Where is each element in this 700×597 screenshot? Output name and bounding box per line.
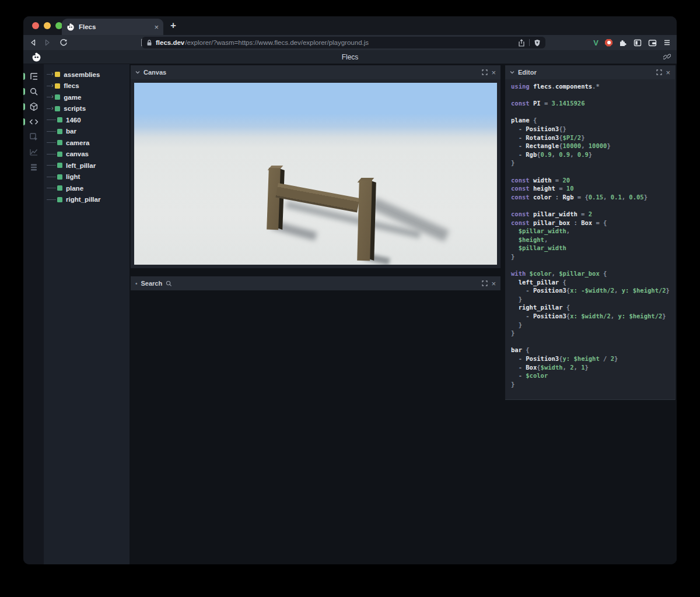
tree-item-assemblies[interactable]: ›assemblies (44, 69, 130, 80)
url-bar[interactable]: flecs.dev /explorer/?wasm=https://www.fl… (142, 37, 545, 48)
code-line: left_pillar { (511, 278, 675, 287)
tree-item-label: bar (66, 128, 76, 135)
search-panel-header[interactable]: • Search × (131, 276, 501, 290)
expand-chevron-icon[interactable]: › (51, 71, 53, 77)
browser-window: Flecs × + flecs.dev /explorer/?wasm=http… (23, 16, 677, 564)
code-line: - Box{$width, 2, 1} (511, 363, 675, 372)
rail-item-outline-tree[interactable] (23, 69, 44, 84)
tree-item-label: 1460 (66, 117, 81, 124)
fullscreen-icon[interactable] (482, 280, 488, 286)
editor-panel: Editor × using flecs.components.* const … (505, 65, 676, 400)
collapsed-indicator[interactable]: • (135, 280, 138, 287)
tab-strip: Flecs × + (23, 16, 677, 35)
code-line: } (511, 321, 675, 329)
chevron-down-icon[interactable] (135, 71, 140, 74)
brave-shield-icon[interactable] (534, 39, 541, 47)
main-area: Canvas × (130, 64, 677, 564)
permalink-icon[interactable] (663, 53, 671, 61)
canvas-3d-scene[interactable] (134, 83, 497, 265)
entity-color-square (57, 174, 62, 180)
rail-item-inspect[interactable] (23, 129, 44, 145)
code-icon (29, 117, 38, 127)
menu-icon[interactable] (663, 39, 671, 46)
rail-item-code[interactable] (23, 114, 44, 129)
tree-guide (47, 86, 51, 86)
chevron-down-icon[interactable] (510, 71, 514, 74)
entity-color-square (55, 94, 60, 100)
share-icon[interactable] (518, 39, 525, 47)
tree-item-camera[interactable]: camera (44, 137, 130, 149)
code-line (511, 91, 675, 100)
code-line: - Position3{x: -$width/2, y: $height/2} (511, 286, 675, 295)
code-line: $pillar_width, (511, 227, 675, 236)
rail-item-entities-cube[interactable] (23, 99, 44, 114)
editor-code[interactable]: using flecs.components.* const PI = 3.14… (505, 79, 675, 399)
fullscreen-icon[interactable] (656, 69, 662, 75)
code-line: plane { (511, 116, 675, 125)
active-indicator (23, 118, 25, 125)
tab-close-icon[interactable]: × (154, 23, 159, 31)
entity-color-square (57, 129, 62, 134)
code-line: $pillar_width (511, 244, 675, 252)
expand-chevron-icon[interactable]: › (51, 82, 53, 89)
search-panel: • Search × (131, 276, 501, 290)
traffic-close-button[interactable] (32, 22, 39, 29)
tree-guide (47, 199, 56, 200)
canvas-panel-title: Canvas (144, 69, 478, 76)
code-line: } (511, 252, 675, 261)
tree-item-plane[interactable]: plane (44, 182, 130, 194)
canvas-panel: Canvas × (131, 65, 501, 268)
back-icon[interactable] (29, 38, 37, 47)
tree-item-canvas[interactable]: canvas (44, 149, 130, 160)
tree-item-label: assemblies (64, 71, 100, 78)
canvas-panel-header[interactable]: Canvas × (131, 65, 501, 79)
tree-item-light[interactable]: light (44, 171, 130, 183)
search-icon (29, 87, 38, 96)
tree-item-game[interactable]: ›game (44, 92, 130, 103)
rail-item-search[interactable] (23, 84, 44, 99)
vue-devtools-icon[interactable]: V (593, 38, 598, 47)
active-indicator (23, 88, 25, 95)
close-panel-icon[interactable]: × (666, 69, 670, 76)
active-indicator (23, 103, 25, 110)
tree-item-label: scripts (64, 105, 86, 112)
rail-item-stats-chart[interactable] (23, 145, 44, 160)
inspect-icon (29, 132, 38, 142)
blocker-extension-icon[interactable] (605, 39, 612, 47)
entity-color-square (57, 152, 62, 157)
close-panel-icon[interactable]: × (491, 280, 496, 287)
tree-item-scripts[interactable]: ›scripts (44, 103, 130, 115)
entity-color-square (57, 197, 62, 202)
code-line: } (511, 295, 675, 304)
browser-toolbar: flecs.dev /explorer/?wasm=https://www.fl… (23, 35, 677, 50)
tree-item-right_pillar[interactable]: right_pillar (44, 194, 130, 206)
forward-icon[interactable] (43, 38, 51, 47)
right-pillar (357, 180, 372, 261)
entity-color-square (57, 117, 62, 122)
rail-item-queries-rows[interactable] (23, 160, 44, 175)
editor-panel-header[interactable]: Editor × (505, 65, 675, 79)
reload-icon[interactable] (60, 38, 68, 47)
entity-color-square (55, 106, 60, 111)
wallet-icon[interactable] (648, 39, 657, 47)
expand-chevron-icon[interactable]: › (51, 93, 53, 100)
tab-title: Flecs (79, 23, 150, 30)
code-line: } (511, 159, 675, 167)
tree-item-flecs[interactable]: ›flecs (44, 80, 130, 92)
new-tab-button[interactable]: + (170, 20, 176, 31)
fullscreen-icon[interactable] (482, 69, 488, 75)
browser-tab[interactable]: Flecs × (62, 19, 163, 35)
entity-color-square (57, 163, 62, 168)
code-line: - Position3{} (511, 125, 675, 134)
tree-item-bar[interactable]: bar (44, 126, 130, 138)
sidebar-toggle-icon[interactable] (634, 39, 642, 47)
tree-item-1460[interactable]: 1460 (44, 114, 130, 126)
code-line: const pillar_box : Box = { (511, 219, 675, 227)
expand-chevron-icon[interactable]: › (51, 105, 53, 111)
traffic-minimize-button[interactable] (44, 22, 51, 29)
tree-item-left_pillar[interactable]: left_pillar (44, 160, 130, 171)
close-panel-icon[interactable]: × (491, 69, 496, 76)
extensions-puzzle-icon[interactable] (619, 38, 627, 47)
tree-guide (47, 142, 56, 143)
page-title: Flecs (23, 53, 677, 61)
